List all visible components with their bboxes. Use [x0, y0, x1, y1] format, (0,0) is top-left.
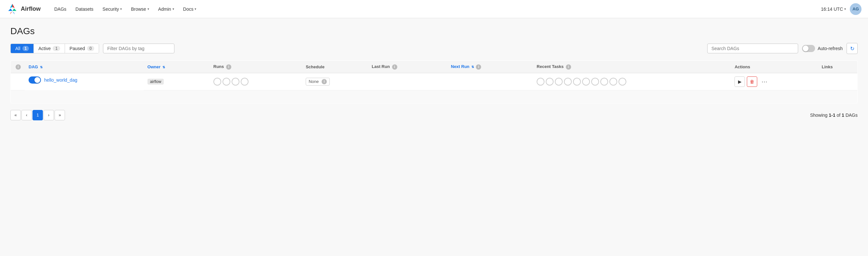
col-header-dag[interactable]: DAG ⇅ — [25, 61, 144, 73]
nav-link-security[interactable]: Security▾ — [99, 5, 126, 14]
navbar-logo[interactable]: Airflow — [6, 3, 41, 15]
paused-count-badge: 0 — [87, 46, 95, 51]
dag-sort-icon: ⇅ — [40, 65, 42, 69]
navbar-links: DAGs Datasets Security▾ Browse▾ Admin▾ D… — [50, 5, 821, 14]
security-chevron-icon: ▾ — [120, 7, 122, 11]
admin-chevron-icon: ▾ — [173, 7, 174, 11]
filter-tab-all[interactable]: All 1 — [11, 44, 34, 53]
row-schedule-cell: None i — [302, 73, 368, 90]
table-body: hello_world_dag airflow None — [11, 73, 858, 103]
row-owner-cell: airflow — [144, 73, 210, 90]
filter-tab-active[interactable]: Active 1 — [34, 44, 65, 53]
svg-marker-1 — [10, 4, 12, 8]
showing-total: 1 — [842, 113, 844, 118]
dag-table: i DAG ⇅ Owner ⇅ Runs i Schedule — [10, 60, 858, 104]
col-header-runs: Runs i — [210, 61, 302, 73]
nav-link-admin[interactable]: Admin▾ — [154, 5, 178, 14]
actions-group: ▶ 🗑 ⋯ — [735, 77, 814, 87]
task-circle-8 — [600, 78, 608, 86]
auto-refresh-toggle[interactable] — [802, 45, 815, 52]
row-links-cell — [818, 73, 858, 90]
last-page-button[interactable]: » — [55, 110, 65, 120]
owner-badge: airflow — [148, 79, 164, 85]
table-row: hello_world_dag airflow None — [11, 73, 858, 90]
filter-tab-paused[interactable]: Paused 0 — [65, 44, 99, 53]
main-content: DAGs All 1 Active 1 Paused 0 Auto-refres… — [0, 18, 868, 133]
row-recent-tasks-cell — [533, 73, 731, 90]
nav-link-datasets[interactable]: Datasets — [71, 5, 97, 14]
task-circle-10 — [619, 78, 626, 86]
page-title: DAGs — [10, 26, 858, 36]
col-header-info: i — [11, 61, 25, 73]
refresh-icon: ↻ — [850, 46, 855, 52]
tag-filter-input[interactable] — [103, 44, 175, 53]
runs-info-icon[interactable]: i — [226, 64, 231, 69]
refresh-button[interactable]: ↻ — [846, 43, 858, 54]
task-circle-2 — [546, 78, 554, 86]
run-circles — [213, 78, 298, 86]
auto-refresh-control: Auto-refresh — [802, 45, 843, 52]
delete-dag-button[interactable]: 🗑 — [747, 77, 757, 87]
more-options-button[interactable]: ⋯ — [759, 77, 770, 87]
col-header-nextrun[interactable]: Next Run ⇅ i — [447, 61, 533, 73]
airflow-logo-icon — [6, 3, 18, 15]
next-page-button[interactable]: › — [43, 110, 54, 120]
col-header-recent-tasks: Recent Tasks i — [533, 61, 731, 73]
svg-marker-3 — [12, 8, 17, 11]
nav-link-docs[interactable]: Docs▾ — [179, 5, 200, 14]
auto-refresh-label: Auto-refresh — [818, 46, 843, 51]
run-circle-1 — [213, 78, 221, 86]
nextrun-info-icon[interactable]: i — [476, 64, 481, 69]
search-input[interactable] — [707, 44, 798, 53]
svg-marker-4 — [10, 11, 12, 14]
recenttasks-info-icon[interactable]: i — [566, 64, 571, 69]
svg-marker-0 — [12, 4, 14, 8]
nav-link-browse[interactable]: Browse▾ — [127, 5, 153, 14]
task-circle-7 — [591, 78, 599, 86]
trigger-dag-button[interactable]: ▶ — [735, 77, 745, 87]
table-info-icon[interactable]: i — [16, 64, 21, 69]
dag-active-toggle[interactable] — [29, 77, 41, 84]
lastrun-info-icon[interactable]: i — [392, 64, 397, 69]
showing-range: 1-1 — [829, 113, 835, 118]
nextrun-sort-icon: ⇅ — [471, 65, 474, 68]
browse-chevron-icon: ▾ — [148, 7, 149, 11]
run-circle-2 — [222, 78, 230, 86]
task-circle-9 — [610, 78, 617, 86]
filter-bar: All 1 Active 1 Paused 0 Auto-refresh ↻ — [10, 43, 858, 54]
nav-link-dags[interactable]: DAGs — [50, 5, 70, 14]
row-dag-cell: hello_world_dag — [25, 73, 144, 87]
task-circle-5 — [573, 78, 581, 86]
svg-marker-5 — [12, 11, 14, 14]
col-header-schedule: Schedule — [302, 61, 368, 73]
schedule-info-icon[interactable]: i — [321, 79, 327, 84]
task-circle-3 — [555, 78, 563, 86]
task-circle-4 — [564, 78, 572, 86]
recent-task-circles — [537, 78, 727, 86]
dag-name-link[interactable]: hello_world_dag — [44, 78, 77, 83]
current-page-button[interactable]: 1 — [32, 110, 43, 120]
navbar-time[interactable]: 16:14 UTC ▾ — [821, 6, 846, 12]
col-header-actions: Actions — [731, 61, 818, 73]
schedule-badge: None i — [306, 78, 330, 86]
run-circle-4 — [241, 78, 249, 86]
col-header-owner[interactable]: Owner ⇅ — [144, 61, 210, 73]
svg-marker-2 — [8, 8, 12, 11]
col-header-links: Links — [818, 61, 858, 73]
row-actions-cell: ▶ 🗑 ⋯ — [731, 73, 818, 90]
navbar-avatar[interactable]: AG — [850, 3, 862, 15]
table-header: i DAG ⇅ Owner ⇅ Runs i Schedule — [11, 61, 858, 73]
first-page-button[interactable]: « — [10, 110, 21, 120]
run-circle-3 — [231, 78, 240, 86]
task-circle-6 — [582, 78, 590, 86]
all-count-badge: 1 — [23, 46, 29, 51]
row-info-cell — [11, 73, 25, 90]
active-count-badge: 1 — [53, 46, 60, 51]
row-nextrun-cell — [447, 73, 533, 90]
showing-text: Showing 1-1 of 1 DAGs — [810, 113, 858, 118]
navbar-logo-text: Airflow — [21, 5, 41, 12]
row-runs-cell — [210, 73, 302, 90]
prev-page-button[interactable]: ‹ — [22, 110, 32, 120]
filter-tabs: All 1 Active 1 Paused 0 — [10, 44, 99, 53]
pagination-bar: « ‹ 1 › » Showing 1-1 of 1 DAGs — [10, 105, 858, 125]
